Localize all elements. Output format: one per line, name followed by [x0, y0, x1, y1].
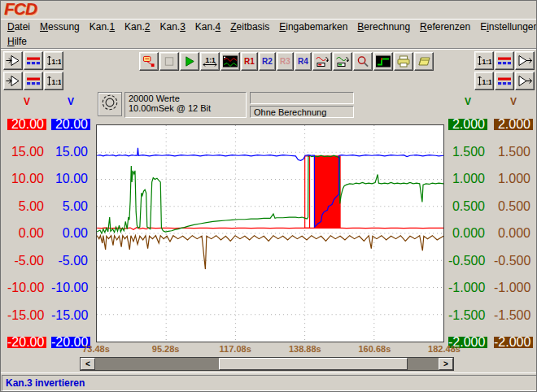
channels-display-icon — [223, 55, 238, 68]
time-1to1-icon: 1:1 — [203, 55, 217, 68]
time-scrollbar[interactable]: < > — [80, 357, 454, 371]
menu-item-kan-3[interactable]: Kan.3 — [155, 20, 190, 33]
menu-item-kan-1[interactable]: Kan.1 — [85, 20, 120, 33]
axis-value: -10.00 — [51, 282, 90, 294]
menu-row-2: Hilfe — [1, 34, 537, 49]
axis-value: -1.000 — [448, 282, 487, 294]
scale-lines-button[interactable] — [495, 72, 514, 90]
svg-text:1:1: 1:1 — [52, 78, 62, 86]
menu-item-berechnung[interactable]: Berechnung — [352, 20, 415, 33]
amp-in-button[interactable] — [3, 51, 23, 70]
axis-value: -10.00 — [7, 282, 46, 294]
play-button[interactable] — [180, 52, 199, 71]
ref2-button[interactable]: R2 — [259, 52, 276, 71]
trace-kan-4 — [97, 236, 443, 269]
calc-box-top — [250, 92, 354, 104]
svg-text:1:1: 1:1 — [206, 56, 216, 64]
status-text: Kan.3 invertieren — [2, 375, 537, 391]
zoom-lens-icon — [356, 55, 370, 68]
scroll-left-button[interactable]: < — [81, 358, 95, 370]
menu-item-hilfe[interactable]: Hilfe — [2, 35, 32, 48]
menu-row-1: DateiMessungKan.1Kan.2Kan.3Kan.4Zeitbasi… — [1, 20, 537, 34]
toolbar-center-row: 1:1R1R2R3R4 — [139, 52, 434, 71]
menu-item-referenzen[interactable]: Referenzen — [415, 20, 475, 33]
ref4-button[interactable]: R4 — [295, 52, 312, 71]
amplitude-1to1-icon: 1:1 — [477, 54, 491, 67]
copy-to-ref-red-button[interactable] — [312, 52, 332, 71]
axis-value: 10.00 — [7, 173, 46, 185]
menu-item-eingabemarken[interactable]: Eingabemarken — [274, 20, 352, 33]
ref1-button[interactable]: R1 — [241, 52, 258, 71]
menu-item-kan-2[interactable]: Kan.2 — [120, 20, 155, 33]
axis-value: 0.000 — [448, 228, 487, 239]
time-1to1-button[interactable]: 1:1 — [200, 52, 220, 71]
scroll-track-left[interactable] — [95, 358, 219, 370]
axis-value: 5.00 — [7, 201, 46, 212]
menu-item-datei[interactable]: Datei — [2, 20, 35, 33]
stop-icon — [162, 55, 177, 68]
erase-button[interactable] — [414, 52, 434, 71]
time-tick-label: 138.88s — [281, 344, 330, 354]
axis-value: 0.00 — [51, 228, 90, 239]
scale-lines-icon — [497, 54, 512, 67]
ref3-button[interactable]: R3 — [277, 52, 294, 71]
amp-in-icon — [6, 75, 20, 87]
axis-value: -15.00 — [51, 310, 90, 321]
record-rings-button[interactable] — [98, 92, 122, 116]
time-tick-label: 117.08s — [211, 344, 260, 354]
axis-value: -1.000 — [494, 282, 533, 294]
amp-in-button[interactable] — [3, 72, 23, 90]
plot-svg — [97, 125, 443, 342]
scroll-track-right[interactable] — [408, 358, 439, 370]
axis-value: 0.500 — [494, 201, 533, 212]
amplitude-1to1-button[interactable]: 1:1 — [44, 51, 63, 70]
axis-value: -15.00 — [7, 310, 46, 321]
axis-value: -5.00 — [7, 255, 46, 267]
axis-value: 15.00 — [51, 146, 90, 158]
erase-icon — [417, 55, 431, 68]
axis-value: 2.000 — [494, 119, 533, 130]
axis-unit-3: V — [494, 96, 533, 107]
amplitude-1to1-button[interactable]: 1:1 — [474, 51, 494, 70]
stop-button[interactable] — [159, 52, 179, 71]
scale-lines-button[interactable] — [495, 51, 514, 70]
amplitude-1to1-icon: 1:1 — [46, 54, 61, 67]
trace-kan-3 — [97, 155, 443, 233]
axis-value: -1.500 — [448, 310, 487, 321]
amp-out-button[interactable] — [515, 51, 535, 70]
svg-text:1:1: 1:1 — [52, 58, 62, 66]
trace-pulse-kan-1 — [305, 156, 310, 228]
axis-value: 0.000 — [494, 228, 533, 239]
menu-item-messung[interactable]: Messung — [35, 20, 85, 33]
scale-lines-button[interactable] — [24, 72, 43, 90]
axis-unit-0: V — [7, 96, 46, 107]
toolbar: 1:1 1:1 1:1R1R2R3R4 1:1 1:1 — [1, 48, 537, 90]
menu-item-zeitbasis[interactable]: Zeitbasis — [225, 20, 274, 33]
print-button[interactable] — [394, 52, 413, 71]
trace-kan-2 — [97, 148, 443, 227]
channels-display-button[interactable] — [220, 52, 240, 71]
svg-text:1:1: 1:1 — [482, 78, 492, 86]
menu-item-kan-4[interactable]: Kan.4 — [190, 20, 225, 33]
probe-icon — [142, 55, 156, 68]
axis-value: -0.500 — [448, 255, 487, 267]
axis-value: -20.00 — [7, 337, 46, 348]
plot-area[interactable] — [96, 124, 444, 342]
zoom-lens-button[interactable] — [353, 52, 373, 71]
axis-value: -0.500 — [494, 255, 533, 267]
copy-to-ref-green-button[interactable] — [333, 52, 352, 71]
scale-lines-button[interactable] — [24, 51, 43, 70]
menu-item-einstellungen[interactable]: Einstellungen — [475, 20, 537, 33]
amplitude-1to1-button[interactable]: 1:1 — [44, 72, 63, 90]
axis-unit-2: V — [448, 96, 487, 107]
sample-count: 20000 Werte — [129, 94, 242, 103]
amp-out-icon — [517, 54, 532, 67]
amp-out-button[interactable] — [515, 72, 535, 90]
probe-button[interactable] — [139, 52, 159, 71]
scroll-right-button[interactable]: > — [439, 358, 453, 370]
step-display-button[interactable] — [373, 52, 393, 71]
amplitude-1to1-button[interactable]: 1:1 — [474, 72, 494, 90]
scroll-thumb[interactable] — [219, 358, 408, 370]
axis-value: -2.000 — [494, 337, 533, 348]
status-bar: Kan.3 invertieren — [1, 372, 537, 392]
